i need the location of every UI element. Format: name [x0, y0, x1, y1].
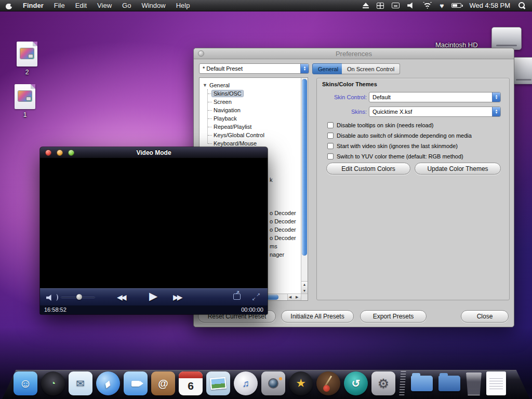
wifi-icon[interactable] [423, 2, 432, 9]
preset-dropdown[interactable]: * Default Preset [199, 63, 309, 74]
dock-system-preferences-icon[interactable]: ⚙ [371, 371, 395, 395]
external-drive-icon[interactable] [512, 57, 532, 84]
dock-safari-icon[interactable]: ◆ [96, 371, 120, 395]
share-icon[interactable] [233, 294, 241, 300]
dock-iphoto-icon[interactable] [261, 371, 285, 395]
skin-control-dropdown[interactable]: Default [369, 92, 501, 102]
tree-item-partial[interactable]: o Decoder [270, 234, 296, 242]
menu-file[interactable]: File [49, 0, 70, 11]
apple-menu[interactable] [0, 2, 18, 9]
vertical-scroll-arrows-icon[interactable] [301, 281, 308, 294]
tree-item-skins-osc[interactable]: Skins/OSC [200, 89, 308, 98]
dock-itunes-icon[interactable]: ♫ [234, 371, 258, 395]
video-mode-window: Video Mode ◀◀ ▶ ▶▶ ↗ ↙ 16:58:52 00:00:00 [40, 147, 268, 314]
menu-bar-clock[interactable]: Wed 4:58 PM [469, 2, 510, 9]
dropdown-stepper-icon [492, 107, 500, 116]
tree-item-navigation[interactable]: Navigation [200, 106, 308, 114]
gauge-icon: ◔ [50, 378, 56, 389]
dock-trash-icon[interactable] [465, 373, 483, 395]
display-icon[interactable] [392, 3, 400, 8]
total-time: 00:00:00 [241, 307, 263, 313]
initialize-all-presets-button[interactable]: Initialize All Presets [281, 310, 354, 323]
speaker-icon[interactable] [46, 295, 54, 301]
menu-finder[interactable]: Finder [18, 0, 49, 11]
time-display-bar: 16:58:52 00:00:00 [40, 305, 268, 314]
tree-item-repeat-playlist[interactable]: Repeat/Playlist [200, 123, 308, 131]
video-title-bar[interactable]: Video Mode [40, 147, 268, 158]
checkbox-label: Switch to YUV color theme (default: RGB … [337, 153, 463, 159]
checkbox-yuv-theme[interactable] [327, 153, 334, 159]
checkbox-start-video-skin[interactable] [327, 143, 334, 149]
vertical-scrollbar-thumb[interactable] [302, 79, 307, 256]
menu-help[interactable]: Help [171, 0, 195, 11]
checkbox-disable-auto-switch[interactable] [327, 132, 334, 139]
desktop-file-2[interactable]: 2 [12, 42, 42, 76]
dock-ichat-icon[interactable] [124, 371, 148, 395]
tree-item-playback[interactable]: Playback [200, 114, 308, 123]
dock-separator [399, 369, 406, 395]
checkbox-disable-tooltips[interactable] [327, 122, 334, 128]
menu-go[interactable]: Go [117, 0, 136, 11]
dock-preview-icon[interactable] [206, 371, 230, 395]
edit-custom-colors-button[interactable]: Edit Custom Colors [326, 163, 410, 175]
fullscreen-icon[interactable]: ↗ ↙ [252, 292, 260, 301]
tree-item-keyboard-mouse[interactable]: Keyboard/Mouse [200, 139, 308, 148]
dock-folder-icon[interactable] [410, 371, 434, 395]
tree-item-partial[interactable]: ms [270, 242, 277, 250]
vertical-scrollbar[interactable] [301, 78, 308, 294]
speaker-wave-icon [54, 294, 58, 301]
desktop-file-1[interactable]: 1 [10, 84, 39, 118]
fast-forward-button[interactable]: ▶▶ [173, 293, 181, 301]
spaces-grid-icon[interactable] [377, 3, 384, 9]
tree-item-screen[interactable]: Screen [200, 98, 308, 106]
horizontal-scroll-arrows-icon[interactable] [287, 294, 301, 300]
dock-garageband-icon[interactable] [316, 371, 340, 395]
dock-folder-2-icon[interactable] [437, 371, 461, 395]
dock-mail-icon[interactable]: ✉ [69, 371, 92, 395]
tree-item-partial[interactable]: o Decoder [270, 209, 296, 217]
dock-finder-icon[interactable]: ☺ [14, 371, 37, 395]
tab-on-screen-control[interactable]: On Screen Control [342, 63, 400, 74]
dock-imovie-icon[interactable]: ★ [289, 371, 313, 395]
file-thumbnail [18, 91, 32, 101]
update-color-themes-button[interactable]: Update Color Themes [415, 163, 501, 175]
battery-icon[interactable] [451, 3, 461, 8]
envelope-icon: ✉ [76, 377, 85, 390]
tree-item-partial[interactable]: o Decoder [270, 217, 296, 225]
skins-dropdown[interactable]: Quicktime X.ksf [369, 107, 501, 117]
screen: { "menubar": { "app_menus": ["Finder", "… [0, 0, 532, 399]
video-display-area[interactable] [40, 158, 268, 288]
tree-item-partial[interactable]: nager [270, 250, 284, 259]
dock-ical-icon[interactable]: 6 [179, 371, 203, 395]
rewind-button[interactable]: ◀◀ [117, 293, 125, 301]
arrow-ne-icon: ↗ [256, 292, 260, 297]
menu-view[interactable]: View [92, 0, 117, 11]
playback-controls-bar: ◀◀ ▶ ▶▶ ↗ ↙ [40, 288, 268, 305]
tree-item-general[interactable]: ▼ General [200, 81, 308, 89]
spotlight-icon[interactable] [518, 2, 526, 9]
dock-time-machine-icon[interactable]: ↺ [344, 371, 368, 395]
menu-edit[interactable]: Edit [70, 0, 92, 11]
dock-address-book-icon[interactable]: @ [151, 371, 175, 395]
menu-window[interactable]: Window [136, 0, 170, 11]
tree-item-partial[interactable]: o Decoder [270, 225, 296, 234]
volume-icon[interactable] [407, 3, 415, 9]
disclosure-triangle-icon[interactable]: ▼ [203, 81, 207, 89]
play-button[interactable]: ▶ [149, 290, 157, 302]
calendar-header [179, 371, 203, 378]
dock-textedit-icon[interactable] [486, 371, 506, 395]
tree-item-partial[interactable]: k [270, 176, 273, 184]
dropdown-stepper-icon [300, 64, 309, 73]
tree-item-keys-global-control[interactable]: Keys/Global Control [200, 131, 308, 139]
preferences-title-bar[interactable]: Preferences [194, 48, 514, 59]
volume-slider-knob[interactable] [76, 294, 82, 300]
tab-general[interactable]: General [312, 63, 344, 74]
apple-logo-icon [6, 2, 12, 9]
macintosh-hd-icon[interactable] [491, 27, 522, 50]
tree-item-label: Screen [214, 99, 232, 105]
export-presets-button[interactable]: Export Presets [360, 310, 427, 323]
close-button[interactable]: Close [461, 310, 509, 323]
dock-dashboard-icon[interactable]: ◔ [41, 371, 65, 395]
heart-icon[interactable]: ♥ [440, 2, 444, 9]
eject-icon[interactable] [363, 3, 369, 9]
